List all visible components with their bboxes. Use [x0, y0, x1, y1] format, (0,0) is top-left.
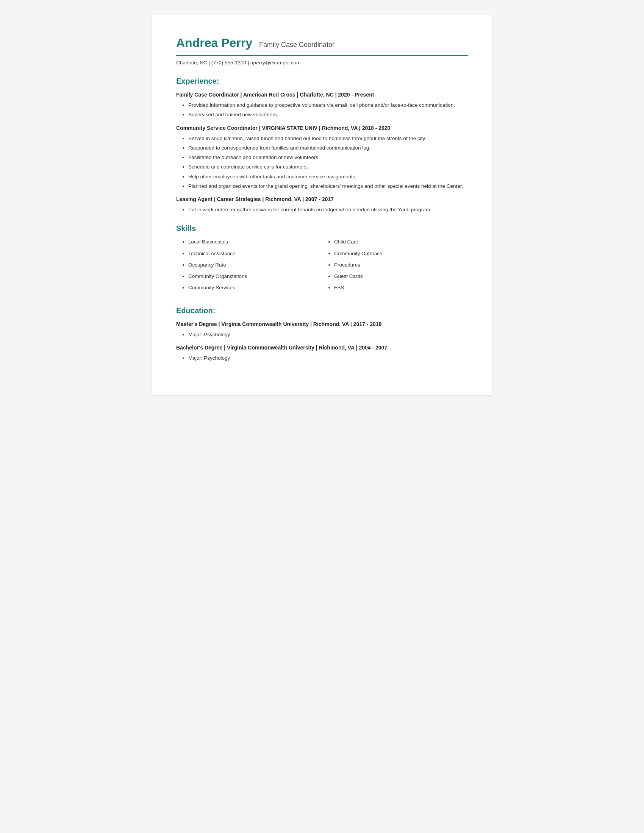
- skills-list-left: Local Businesses Technical Assistance Oc…: [176, 238, 322, 291]
- list-item: Supervised and trained new volunteers.: [188, 111, 468, 119]
- list-item: Help other employees with other tasks an…: [188, 173, 468, 181]
- list-item: Schedule and coordinate service calls fo…: [188, 163, 468, 171]
- job-bullets-1: Provided information and guidance to pro…: [176, 101, 468, 119]
- education-section-title: Education:: [176, 306, 468, 315]
- list-item: Guest Cards: [334, 273, 468, 280]
- job-bullets-2: Served in soup kitchens, raised funds an…: [176, 135, 468, 190]
- list-item: Occupancy Rate: [188, 261, 322, 269]
- skills-col-right: Child Care Community Outreach Procedures…: [322, 238, 468, 295]
- list-item: Planned and organized events for the gra…: [188, 182, 468, 190]
- experience-section-title: Experience:: [176, 77, 468, 85]
- list-item: Provided information and guidance to pro…: [188, 101, 468, 109]
- list-item: Community Services: [188, 284, 322, 291]
- degree-bullets-2: Major: Psychology: [176, 354, 468, 362]
- list-item: Technical Assistance: [188, 250, 322, 257]
- job-bullets-3: Put in work orders or gather answers for…: [176, 206, 468, 214]
- skills-section-title: Skills: [176, 224, 468, 233]
- header-divider: [176, 55, 468, 56]
- degree-heading-1: Master's Degree | Virginia Commonwealth …: [176, 321, 468, 327]
- list-item: Facilitated the outreach and orientation…: [188, 154, 468, 161]
- candidate-title: Family Case Coordinator: [259, 41, 335, 49]
- degree-heading-2: Bachelor's Degree | Virginia Commonwealt…: [176, 344, 468, 351]
- job-heading-1: Family Case Coordinator | American Red C…: [176, 92, 468, 98]
- list-item: Community Organizations: [188, 273, 322, 280]
- skills-col-left: Local Businesses Technical Assistance Oc…: [176, 238, 322, 295]
- experience-section: Experience: Family Case Coordinator | Am…: [176, 77, 468, 214]
- contact-info: Charlotte, NC | (770) 555-1310 | aperry@…: [176, 60, 468, 66]
- job-heading-2: Community Service Coordinator | VIRGINIA…: [176, 125, 468, 131]
- degree-bullets-1: Major: Psychology: [176, 331, 468, 338]
- skills-grid: Local Businesses Technical Assistance Oc…: [176, 238, 468, 295]
- list-item: Community Outreach: [334, 250, 468, 257]
- header-section: Andrea Perry Family Case Coordinator Cha…: [176, 36, 468, 66]
- list-item: Put in work orders or gather answers for…: [188, 206, 468, 214]
- list-item: Local Businesses: [188, 238, 322, 246]
- list-item: Child Care: [334, 238, 468, 246]
- resume-document: Andrea Perry Family Case Coordinator Cha…: [151, 15, 493, 395]
- skills-section: Skills Local Businesses Technical Assist…: [176, 224, 468, 295]
- list-item: Procedures: [334, 261, 468, 269]
- list-item: FSS: [334, 284, 468, 291]
- skills-list-right: Child Care Community Outreach Procedures…: [322, 238, 468, 291]
- list-item: Major: Psychology: [188, 331, 468, 338]
- list-item: Served in soup kitchens, raised funds an…: [188, 135, 468, 142]
- candidate-name: Andrea Perry: [176, 36, 252, 50]
- job-heading-3: Leasing Agent | Career Strategies | Rich…: [176, 196, 468, 202]
- list-item: Responded to correspondence from familie…: [188, 144, 468, 152]
- name-title-row: Andrea Perry Family Case Coordinator: [176, 36, 468, 50]
- education-section: Education: Master's Degree | Virginia Co…: [176, 306, 468, 362]
- list-item: Major: Psychology: [188, 354, 468, 362]
